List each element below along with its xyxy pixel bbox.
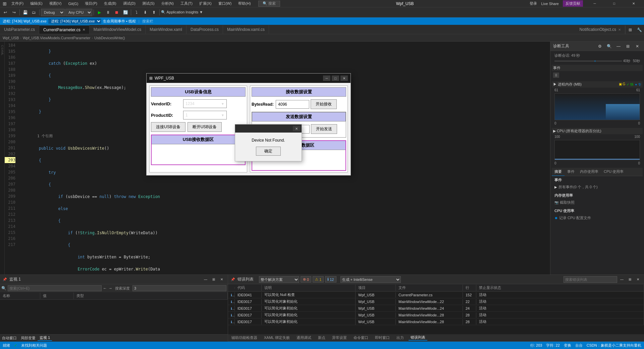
- error-row-3[interactable]: ℹ IDE0017 可以简化对象初始化 Wpf_USB MainWindowVi…: [228, 305, 644, 312]
- record-cpu-btn[interactable]: 记录 CPU 配置文件: [559, 215, 591, 220]
- breadcrumb-method[interactable]: UsbDevicesWrite(): [94, 36, 125, 40]
- breadcrumb-project[interactable]: Wpf_USB: [3, 36, 19, 40]
- tab-dataprocess[interactable]: DataProcess.cs: [186, 25, 223, 34]
- menu-item[interactable]: 分析(N): [159, 1, 176, 6]
- watch1-tab[interactable]: 监视 1: [38, 335, 52, 341]
- menu-item[interactable]: 工具(T): [178, 1, 195, 6]
- menu-item[interactable]: Git(G): [66, 2, 80, 6]
- redo-btn[interactable]: ↪: [10, 8, 18, 16]
- step-over-btn[interactable]: ⤵: [132, 8, 141, 16]
- tab-expand-btn[interactable]: ⊞: [625, 26, 635, 34]
- feedback-btn[interactable]: 反馈贡献: [563, 0, 583, 7]
- menu-item[interactable]: 调试(D): [121, 1, 138, 6]
- product-combo[interactable]: 1 ▼: [183, 111, 227, 119]
- error-row-4[interactable]: ℹ IDE0017 可以简化对象初始化 Wpf_USB MainWindowVi…: [228, 312, 644, 318]
- local-vars-tab[interactable]: 局部变量: [19, 336, 38, 341]
- mem-btn-g[interactable]: ▣ G: [619, 82, 626, 87]
- status-encoding[interactable]: 台台: [575, 343, 583, 348]
- diag-expand-btn[interactable]: ⊞: [624, 42, 632, 50]
- lifecycle-btn[interactable]: 生命周期事件 • 线程: [103, 19, 136, 24]
- watch-search-input[interactable]: [8, 285, 102, 291]
- dialog-close-btn[interactable]: ✕: [340, 76, 348, 81]
- xaml-binding-btn[interactable]: XAML 绑定失败: [262, 335, 292, 340]
- bytes-read-input[interactable]: [276, 100, 309, 109]
- restart-btn[interactable]: 🔄: [121, 8, 129, 16]
- status-blog-link[interactable]: CSDN：象棋是小二乘支持向量机: [587, 343, 641, 348]
- watch-close-btn[interactable]: ✕: [218, 276, 225, 283]
- restore-btn[interactable]: □: [606, 0, 622, 7]
- search-placeholder[interactable]: 搜索栏: [142, 19, 153, 24]
- status-row[interactable]: 行: 203: [530, 343, 542, 348]
- vendor-combo[interactable]: 1234 ▼: [183, 99, 227, 108]
- pause-btn[interactable]: ⏸: [104, 8, 112, 16]
- error-search-input[interactable]: [564, 276, 617, 283]
- close-btn[interactable]: ✕: [626, 0, 641, 7]
- dialog-minimize-btn[interactable]: ─: [323, 76, 330, 81]
- exceptions-btn[interactable]: 异常设置: [330, 335, 349, 340]
- step-into-btn[interactable]: ⬇: [141, 8, 149, 16]
- process-select[interactable]: 进程: [7436] Wpf_USB.exe: [48, 18, 102, 24]
- search-depth-input[interactable]: [132, 285, 226, 291]
- menu-item[interactable]: 测试(S): [140, 1, 157, 6]
- minimize-btn[interactable]: ─: [587, 0, 602, 7]
- diag-tab-cpu[interactable]: CPU 使用率: [601, 168, 626, 176]
- error-panel-expand[interactable]: ⊞: [627, 276, 633, 283]
- tab-mainwindowviewmodel[interactable]: MainWindowViewModel.cs: [90, 25, 146, 34]
- generic-debug-btn[interactable]: 通用调试: [294, 335, 313, 340]
- login-text[interactable]: 登录: [530, 1, 537, 6]
- alert-close-btn[interactable]: ✕: [293, 126, 300, 131]
- disconnect-usb-btn[interactable]: 断开USB设备: [187, 122, 222, 132]
- diag-search-btn[interactable]: 🔍: [605, 42, 613, 50]
- diag-tab-summary[interactable]: 摘要: [552, 168, 565, 176]
- status-transform[interactable]: 变换: [564, 343, 571, 348]
- menu-item[interactable]: 生成(B): [102, 1, 118, 6]
- menu-item[interactable]: 帮助(H): [236, 1, 253, 6]
- nav-back-btn[interactable]: ←: [103, 286, 107, 291]
- auto-window-tab[interactable]: 自动窗口: [0, 336, 19, 341]
- debug-process-text[interactable]: 进程: [7436] Wpf_USB.exe: [3, 19, 47, 24]
- status-char[interactable]: 字符: 22: [546, 343, 559, 348]
- status-ready[interactable]: 就绪: [3, 343, 10, 348]
- diag-tab-events[interactable]: 事件: [565, 168, 577, 176]
- watch-expand-btn[interactable]: ⊞: [210, 276, 217, 283]
- menu-item[interactable]: 文件(F): [9, 1, 25, 6]
- watch-search-bar[interactable]: 🔍 ← → 搜索深度: [0, 284, 228, 292]
- snapshot-btn[interactable]: 截取快照: [560, 200, 575, 205]
- command-window-btn[interactable]: 命令窗口: [352, 335, 370, 340]
- dialog-restore-btn[interactable]: □: [332, 76, 339, 81]
- breadcrumb-namespace[interactable]: Wpf_USB.ViewModels.CurrentParameter: [23, 36, 91, 40]
- search-box[interactable]: 🔍 搜索: [258, 1, 280, 7]
- tab-mainwindow-xaml[interactable]: MainWindow.xaml: [146, 25, 186, 34]
- error-row-1[interactable]: ℹ IDE0041 可以简化 Null 检查 Wpf_USB CurrentPa…: [228, 292, 644, 298]
- info-filter-btn[interactable]: ℹ 12: [325, 276, 336, 283]
- live-share-btn[interactable]: Live Share: [541, 2, 559, 6]
- undo-btn[interactable]: ↩: [1, 8, 9, 16]
- menu-item[interactable]: 扩展(X): [197, 1, 214, 6]
- menu-item[interactable]: 编辑(E): [28, 1, 45, 6]
- error-panel-close[interactable]: ✕: [635, 276, 641, 283]
- error-row-5[interactable]: ℹ IDE0017 可以简化对象初始化 Wof_USB MainWindowVi…: [228, 318, 644, 325]
- diag-panel-btn[interactable]: 🔧: [635, 26, 644, 34]
- start-receive-btn[interactable]: 开始接收: [311, 99, 337, 109]
- tab-notification[interactable]: NotificationObject.cs ✕: [576, 25, 625, 34]
- tab-currentparameter[interactable]: CurrentParameter.cs ✕: [39, 25, 90, 34]
- error-filter-btn[interactable]: ⊗ 0: [301, 276, 311, 283]
- cpu-config-select[interactable]: Any CPU x86 x64: [65, 9, 92, 16]
- debug-config-select[interactable]: Debug Release: [41, 9, 65, 16]
- step-out-btn[interactable]: ⬆: [150, 8, 158, 16]
- tab-close-btn[interactable]: ✕: [83, 28, 85, 32]
- tab-mainwindow-cs[interactable]: MainWindow.xaml.cs: [223, 25, 269, 34]
- start-btn[interactable]: ▶: [95, 8, 103, 16]
- status-no-issues[interactable]: 未找到相关问题: [21, 343, 47, 348]
- diag-tab-memory[interactable]: 内存使用率: [577, 168, 601, 176]
- save-all-btn[interactable]: 🗂: [30, 8, 38, 16]
- output-btn[interactable]: 出力: [394, 335, 406, 340]
- immediate-window-btn[interactable]: 即时窗口: [373, 335, 392, 340]
- error-row-2[interactable]: ℹ IDE0017 可以简化对象初始化 Wpf_USB MainWindowVi…: [228, 298, 644, 305]
- error-panel-minimize[interactable]: —: [619, 276, 625, 283]
- stop-btn[interactable]: ⏹: [113, 8, 121, 16]
- tab-close-notification[interactable]: ✕: [618, 28, 621, 32]
- diag-minimize-btn[interactable]: —: [614, 42, 623, 50]
- start-send-btn[interactable]: 开始发送: [311, 124, 337, 134]
- menu-item[interactable]: 窗口(W): [216, 1, 234, 6]
